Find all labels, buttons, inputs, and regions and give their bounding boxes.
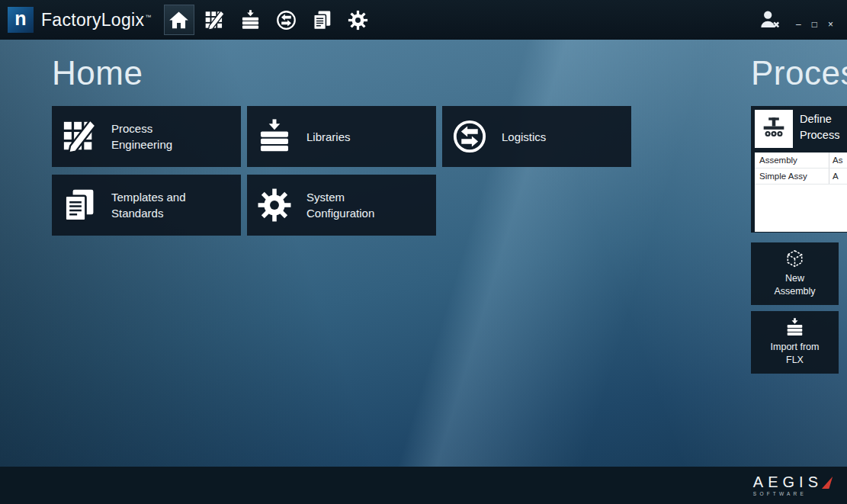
minimize-button[interactable]: – (796, 20, 801, 29)
assembly-detail: A (829, 169, 847, 184)
tile-label: Process Engineering (111, 120, 203, 152)
new-assembly-button[interactable]: New Assembly (751, 242, 839, 305)
window-controls: – □ × (796, 20, 833, 29)
tile-label: Libraries (306, 129, 351, 145)
gear-icon (257, 188, 292, 223)
define-process-label: Define Process (800, 111, 847, 149)
grid-pencil-icon (204, 10, 225, 30)
import-from-flx-label: Import from FLX (771, 341, 820, 367)
nav-settings[interactable] (343, 5, 374, 35)
user-disconnected-icon (759, 9, 781, 30)
aegis-arrow-icon (820, 475, 835, 490)
app-logo: n (8, 7, 34, 33)
assembly-detail: As (829, 152, 847, 168)
app-name: FactoryLogix™ (41, 10, 152, 30)
aegis-brand-text: AEGIS (753, 474, 823, 490)
page-title-home: Home (52, 56, 143, 90)
tile-templates-standards[interactable]: Templates and Standards (52, 175, 241, 236)
tile-label: System Configuration (306, 189, 398, 221)
nav-templates[interactable] (307, 5, 338, 35)
circle-arrows-icon (452, 119, 487, 154)
assembly-name: Simple Assy (755, 169, 829, 184)
home-icon (168, 10, 189, 30)
tile-label: Logistics (502, 129, 546, 145)
app-name-text: FactoryLogix (41, 10, 144, 30)
assembly-name: Assembly (755, 152, 829, 168)
stack-icon (785, 318, 804, 337)
process-flow-icon (761, 116, 787, 142)
logo-letter: n (14, 9, 26, 28)
grid-pencil-icon (62, 119, 97, 154)
tile-libraries[interactable]: Libraries (247, 106, 436, 167)
dashed-cube-icon (785, 249, 804, 268)
maximize-button[interactable]: □ (812, 20, 817, 29)
aegis-logo: AEGIS SOFTWARE (753, 474, 835, 496)
user-status-button[interactable] (759, 9, 781, 30)
titlebar-right: – □ × (759, 9, 839, 30)
aegis-tagline: SOFTWARE (753, 491, 807, 496)
define-process-header: Define Process (755, 110, 847, 149)
nav-process-engineering[interactable] (200, 5, 230, 35)
titlebar: n FactoryLogix™ (0, 0, 847, 40)
pages-icon (312, 10, 332, 30)
nav-logistics[interactable] (271, 5, 302, 35)
page-title-process: Process (751, 56, 847, 90)
new-assembly-label: New Assembly (771, 272, 820, 298)
aegis-wordmark: AEGIS (753, 474, 835, 490)
define-process-iconbox (755, 110, 793, 148)
main-nav (164, 5, 374, 35)
define-process-tile[interactable]: Define Process Assembly As Simple Assy A (751, 106, 847, 233)
import-from-flx-button[interactable]: Import from FLX (751, 311, 839, 374)
stack-icon (240, 10, 261, 30)
footer-bar: AEGIS SOFTWARE (0, 467, 847, 504)
assembly-list: Assembly As Simple Assy A (755, 152, 847, 232)
tile-logistics[interactable]: Logistics (442, 106, 631, 167)
close-button[interactable]: × (828, 20, 833, 29)
list-item-assembly[interactable]: Assembly As (755, 152, 847, 169)
gear-icon (348, 10, 368, 30)
circle-arrows-icon (276, 10, 297, 30)
nav-home[interactable] (164, 5, 194, 35)
pages-icon (62, 188, 97, 223)
list-item-simple-assy[interactable]: Simple Assy A (755, 169, 847, 185)
home-screen: Home Process Engineering Libraries Logis… (0, 40, 847, 467)
tile-label: Templates and Standards (111, 189, 203, 221)
tile-process-engineering[interactable]: Process Engineering (52, 106, 241, 167)
nav-libraries[interactable] (236, 5, 266, 35)
home-tiles: Process Engineering Libraries Logistics … (52, 106, 631, 236)
app-window: n FactoryLogix™ (0, 0, 847, 504)
trademark-mark: ™ (145, 14, 151, 21)
tile-system-configuration[interactable]: System Configuration (247, 175, 436, 236)
stack-icon (257, 119, 292, 154)
